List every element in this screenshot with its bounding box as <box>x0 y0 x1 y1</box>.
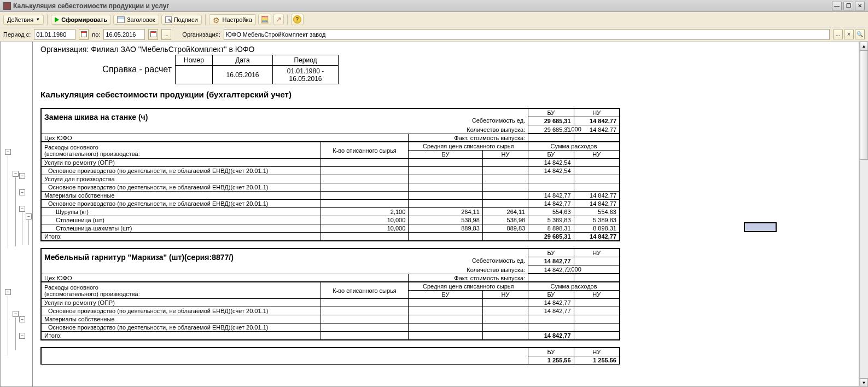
close-button[interactable]: ✕ <box>855 2 865 10</box>
toolbar-separator <box>205 14 206 25</box>
product-block: Замена шкива на станке (ч) БУ НУ 29 685,… <box>40 108 620 241</box>
outline-line <box>15 317 16 350</box>
ref-period-header: Период <box>273 55 339 66</box>
help-icon: ? <box>293 15 301 24</box>
table-row: Услуги по ремонту (ОПР)14 842,77 <box>42 299 620 307</box>
ref-date-header: Дата <box>213 55 273 66</box>
qty-written-header: К-во списанного сырья <box>321 142 409 159</box>
cost-sum-header: Сумма расходов <box>528 282 620 291</box>
org-name-text: Филиал ЗАО "МебельСтройКомплект" в ЮФО <box>91 45 254 54</box>
report-body: Организация: Филиал ЗАО "МебельСтройКомп… <box>33 42 859 387</box>
scroll-down-button[interactable]: ▼ <box>860 378 868 387</box>
table-row: Основное производство (по деятельности, … <box>42 167 620 175</box>
date-from-calendar-button[interactable] <box>79 29 89 40</box>
outline-collapse-button[interactable]: − <box>5 149 11 155</box>
org-search-button[interactable]: 🔍 <box>855 30 865 39</box>
cost-per-unit-label: Себестоимость ед. <box>409 117 528 125</box>
total-row: Итого:29 685,3114 842,77 <box>42 233 620 241</box>
outline-line <box>8 296 8 356</box>
toolbar-separator <box>287 14 288 25</box>
calendar-icon <box>81 31 87 37</box>
bu-header: БУ <box>528 249 574 257</box>
table-row: Основное производство (по деятельности, … <box>42 183 620 192</box>
outline-collapse-button[interactable]: − <box>19 316 25 322</box>
selection-box[interactable] <box>744 222 777 232</box>
reference-title: Справка - расчет <box>40 65 172 74</box>
outline-collapse-button[interactable]: − <box>19 189 25 195</box>
report-area: − − − − − − − − − − Организация: Филиал … <box>0 42 868 387</box>
cost-bu: 29 685,31 <box>528 117 574 125</box>
form-button[interactable]: Сформировать <box>51 15 111 25</box>
maximize-button[interactable]: ❐ <box>843 2 853 10</box>
signatures-icon <box>165 16 172 23</box>
product-block-partial: БУ НУ 1 255,56 1 255,56 <box>40 347 620 365</box>
table-row: Столешница (шт)10,000538,98538,985 389,8… <box>42 216 620 224</box>
chevron-down-icon: ▼ <box>36 17 40 22</box>
main-aux-costs-label: Расходы основного(вспомогательного) прои… <box>42 282 321 299</box>
scroll-up-button[interactable]: ▲ <box>860 42 868 50</box>
header-label: Заголовок <box>127 16 155 23</box>
outline-collapse-button[interactable]: − <box>26 213 32 220</box>
calendar-icon <box>150 31 156 37</box>
main-aux-costs-label: Расходы основного(вспомогательного) прои… <box>42 142 321 159</box>
outline-collapse-button[interactable]: − <box>13 311 19 317</box>
cost-nu <box>574 257 619 265</box>
actions-label: Действия <box>7 16 33 23</box>
toolbar-separator <box>47 14 48 25</box>
signatures-button[interactable]: Подписи <box>161 15 202 25</box>
vertical-scrollbar[interactable]: ▲ ▼ <box>859 42 868 387</box>
tool2-button[interactable]: ↗ <box>273 14 284 25</box>
nu-header: НУ <box>574 109 619 117</box>
outline-collapse-button[interactable]: − <box>19 173 25 179</box>
help-button[interactable]: ? <box>291 14 304 25</box>
settings-label: Настройка <box>223 16 252 23</box>
app-icon <box>3 2 11 10</box>
report-content: Организация: Филиал ЗАО "МебельСтройКомп… <box>40 45 620 365</box>
tool1-button[interactable]: 🧮 <box>258 14 271 25</box>
org-clear-button[interactable]: × <box>844 30 854 39</box>
outline-collapse-button[interactable]: − <box>5 289 11 295</box>
report-title: Калькуляция себестоимости продукции (бух… <box>40 90 620 99</box>
table-row: Шурупы (кг)2,100264,11264,11554,63554,63 <box>42 208 620 216</box>
header-button[interactable]: Заголовок <box>113 15 159 25</box>
period-picker-button[interactable]: ... <box>161 29 171 40</box>
settings-button[interactable]: Настройка <box>209 14 256 25</box>
outline-line <box>8 155 8 249</box>
output-qty-label: Количество выпуска: <box>409 126 528 134</box>
nu-header: НУ <box>574 249 619 257</box>
ref-num-value <box>176 66 213 84</box>
output-qty-label: Количество выпуска: <box>409 266 528 274</box>
nu-sub-header: НУ <box>574 151 619 159</box>
toolbar: Действия ▼ Сформировать Заголовок Подпис… <box>0 12 868 27</box>
vscroll-track[interactable] <box>860 50 868 378</box>
fact-bu: 14 842,77 <box>528 266 574 274</box>
outline-gutter: − − − − − − − − − − <box>0 42 33 387</box>
actual-cost-label: Факт. стоимость выпуска: <box>409 274 528 282</box>
outline-collapse-button[interactable]: − <box>19 206 25 212</box>
date-to-calendar-button[interactable] <box>148 29 158 40</box>
period-to-label: по: <box>92 31 100 38</box>
org-picker-button[interactable]: ... <box>833 30 843 39</box>
window-controls: — ❐ ✕ <box>832 2 865 10</box>
nu-sub-header: НУ <box>482 151 528 159</box>
vscroll-thumb[interactable] <box>860 50 868 160</box>
outline-collapse-button[interactable]: − <box>19 333 25 339</box>
date-to-input[interactable] <box>103 29 145 40</box>
fact-bu: 29 685,31 <box>528 126 574 134</box>
ref-period-value: 01.01.1980 - 16.05.2016 <box>273 66 339 84</box>
outline-collapse-button[interactable]: − <box>13 171 19 177</box>
product-name-partial <box>42 348 528 365</box>
cost-nu: 14 842,77 <box>574 117 619 125</box>
total-row: Итого:14 842,77 <box>42 332 620 340</box>
org-label-text: Организация: <box>40 45 89 54</box>
form-label: Сформировать <box>61 16 107 23</box>
outline-line <box>22 212 22 245</box>
period-from-label: Период с: <box>3 31 31 38</box>
date-from-input[interactable] <box>34 29 75 40</box>
minimize-button[interactable]: — <box>832 2 842 10</box>
titlebar: Калькуляция себестоимости продукции и ус… <box>0 0 868 12</box>
actions-menu-button[interactable]: Действия ▼ <box>3 15 44 25</box>
reference-block: Справка - расчет Номер Дата Период 16.05… <box>40 55 620 84</box>
table-row: Материалы собственные <box>42 315 620 324</box>
organization-input[interactable] <box>224 29 830 40</box>
